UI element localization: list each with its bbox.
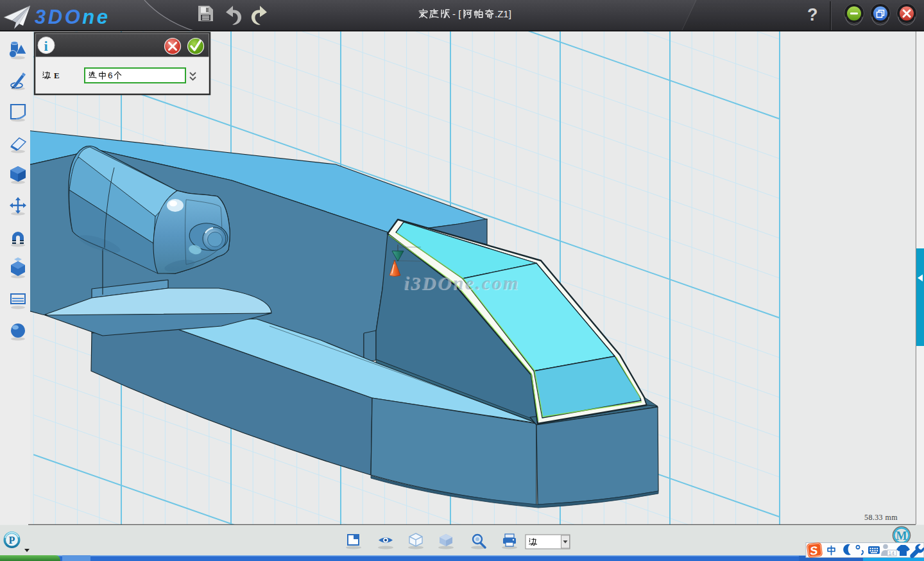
svg-text:M: M [896,530,907,542]
svg-text:?: ? [807,5,818,24]
svg-text:i: i [44,38,48,54]
svg-text:.Z1]: .Z1] [495,8,511,19]
svg-text:58.33 mm: 58.33 mm [864,513,898,522]
svg-text:- [: - [ [452,8,461,19]
svg-text:i3DOne.com: i3DOne.com [404,272,520,293]
svg-text:14: 14 [889,550,895,557]
svg-text:3DOne: 3DOne [35,6,110,28]
svg-text:S: S [809,544,818,557]
svg-text:E: E [54,71,60,80]
svg-text:P: P [9,535,15,546]
svg-text:6: 6 [108,71,113,80]
